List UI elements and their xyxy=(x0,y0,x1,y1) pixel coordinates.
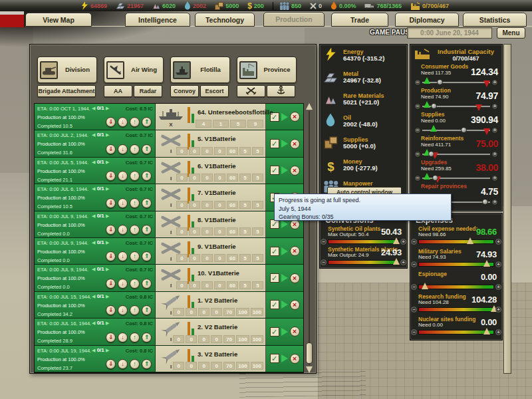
scroll-down-icon[interactable] xyxy=(306,366,313,373)
slider-plus-button[interactable]: + xyxy=(491,127,498,134)
slider-minus-button[interactable]: − xyxy=(414,151,421,158)
build-province-button[interactable]: Province xyxy=(237,57,297,83)
priority-up-button[interactable]: ↑ xyxy=(130,198,140,208)
parallel-runs-control[interactable]: ◀ 0/1 ▶ xyxy=(92,213,109,219)
priority-down-button[interactable]: ↓ xyxy=(118,251,128,261)
start-production-icon[interactable] xyxy=(281,166,288,174)
priority-max-button[interactable]: ⇑ xyxy=(142,251,152,261)
slider-minus-button[interactable]: − xyxy=(411,307,417,313)
priority-max-button[interactable]: ⇑ xyxy=(142,332,152,342)
build-sub-button[interactable] xyxy=(237,85,265,97)
cancel-button[interactable]: × xyxy=(290,246,300,256)
map-scrollbar[interactable] xyxy=(503,44,511,374)
build-sub-button[interactable]: AA xyxy=(104,85,132,97)
priority-up-button[interactable]: ↑ xyxy=(130,305,140,315)
slider-handle[interactable] xyxy=(393,237,400,244)
slider-plus-button[interactable]: + xyxy=(491,151,498,158)
priority-max-button[interactable]: ⇑ xyxy=(142,117,152,127)
tab-statistics[interactable]: Statistics xyxy=(463,13,527,27)
start-production-icon[interactable] xyxy=(281,220,288,228)
slider-handle[interactable] xyxy=(483,328,490,334)
slider-handle[interactable] xyxy=(431,103,437,109)
scrollbar-handle[interactable] xyxy=(306,342,313,364)
start-production-icon[interactable] xyxy=(281,140,288,148)
slider-minus-button[interactable]: − xyxy=(411,239,417,245)
menu-button[interactable]: Menu xyxy=(497,27,525,39)
slider-handle[interactable] xyxy=(483,260,490,267)
priority-down-button[interactable]: ↓ xyxy=(118,332,128,342)
build-division-button[interactable]: Division xyxy=(37,57,97,83)
parallel-runs-control[interactable]: ◀ 0/1 ▶ xyxy=(92,266,109,272)
priority-down-button[interactable]: ↓ xyxy=(118,305,128,315)
slider-minus-button[interactable]: − xyxy=(411,284,417,290)
slider-minus-button[interactable]: − xyxy=(414,127,421,134)
slider-plus-button[interactable]: + xyxy=(495,239,501,245)
slider-minus-button[interactable]: − xyxy=(321,259,327,265)
start-production-icon[interactable] xyxy=(281,354,288,362)
slider-plus-button[interactable]: + xyxy=(400,239,406,245)
confirm-checkbox[interactable]: ✓ xyxy=(270,219,279,229)
slider-plus-button[interactable]: + xyxy=(491,199,498,205)
build-sub-button[interactable]: Convoy xyxy=(170,85,199,97)
start-production-icon[interactable] xyxy=(281,247,288,255)
parallel-runs-control[interactable]: ◀ 0/1 ▶ xyxy=(92,347,109,353)
gradient-slider-track[interactable] xyxy=(418,239,494,244)
slider-minus-button[interactable]: − xyxy=(321,239,327,245)
cancel-button[interactable]: × xyxy=(290,273,300,283)
parallel-runs-control[interactable]: ◀ 0/1 ▶ xyxy=(92,293,109,299)
gradient-slider-track[interactable] xyxy=(418,262,494,267)
gradient-slider-track[interactable] xyxy=(418,285,494,289)
priority-up-button[interactable]: ↑ xyxy=(130,117,140,127)
build-sub-button[interactable]: Escort xyxy=(200,85,229,97)
gradient-slider-track[interactable] xyxy=(328,260,399,265)
priority-up-button[interactable]: ↑ xyxy=(130,225,140,235)
slider-handle[interactable] xyxy=(461,127,467,133)
build-sub-button[interactable]: Brigade Attachment xyxy=(37,85,96,97)
confirm-checkbox[interactable]: ✓ xyxy=(270,354,279,363)
confirm-checkbox[interactable]: ✓ xyxy=(270,273,279,283)
priority-up-button[interactable]: ↑ xyxy=(130,171,140,181)
cancel-button[interactable]: × xyxy=(290,112,300,122)
priority-down-button[interactable]: ↓ xyxy=(118,279,128,289)
slider-minus-button[interactable]: − xyxy=(414,175,421,182)
confirm-checkbox[interactable]: ✓ xyxy=(270,327,279,336)
cancel-button[interactable]: × xyxy=(290,354,300,364)
gradient-slider-track[interactable] xyxy=(418,330,494,334)
parallel-runs-control[interactable]: ◀ 0/1 ▶ xyxy=(92,320,109,326)
slider-handle[interactable] xyxy=(482,199,488,205)
priority-max-button[interactable]: ⇑ xyxy=(142,305,152,315)
priority-up-button[interactable]: ↑ xyxy=(130,279,140,289)
slider-minus-button[interactable]: − xyxy=(414,79,421,86)
slider-handle[interactable] xyxy=(393,258,400,265)
slider-minus-button[interactable]: − xyxy=(414,103,421,110)
build-sub-button[interactable] xyxy=(267,85,295,97)
cancel-button[interactable]: × xyxy=(290,166,300,176)
priority-max-button[interactable]: ⇑ xyxy=(142,198,152,208)
priority-max-button[interactable]: ⇑ xyxy=(142,225,152,235)
priority-down-button[interactable]: ↓ xyxy=(118,117,128,127)
confirm-checkbox[interactable]: ✓ xyxy=(270,166,279,175)
start-production-icon[interactable] xyxy=(281,301,288,309)
tab-diplomacy[interactable]: Diplomacy xyxy=(395,13,459,27)
priority-up-button[interactable]: ↑ xyxy=(130,251,140,261)
priority-down-button[interactable]: ↓ xyxy=(118,198,128,208)
slider-plus-button[interactable]: + xyxy=(400,259,406,265)
tab-production[interactable]: Production xyxy=(263,12,325,27)
scroll-up-icon[interactable] xyxy=(306,103,313,110)
priority-min-button[interactable]: ⇓ xyxy=(106,332,116,342)
confirm-checkbox[interactable]: ✓ xyxy=(270,300,279,309)
priority-min-button[interactable]: ⇓ xyxy=(106,144,116,154)
slider-plus-button[interactable]: + xyxy=(495,261,501,267)
slider-plus-button[interactable]: + xyxy=(491,175,498,182)
parallel-runs-control[interactable]: ◀ 0/1 ▶ xyxy=(92,105,109,111)
priority-min-button[interactable]: ⇓ xyxy=(106,359,116,369)
slider-minus-button[interactable]: − xyxy=(411,261,417,267)
priority-down-button[interactable]: ↓ xyxy=(118,171,128,181)
start-production-icon[interactable] xyxy=(281,113,288,121)
parallel-runs-control[interactable]: ◀ 0/1 ▶ xyxy=(92,186,109,192)
cancel-button[interactable]: × xyxy=(290,139,300,149)
priority-max-button[interactable]: ⇑ xyxy=(142,279,152,289)
gradient-slider-track[interactable] xyxy=(328,239,399,244)
priority-max-button[interactable]: ⇑ xyxy=(142,359,152,369)
tab-intelligence[interactable]: Intelligence xyxy=(125,13,190,27)
